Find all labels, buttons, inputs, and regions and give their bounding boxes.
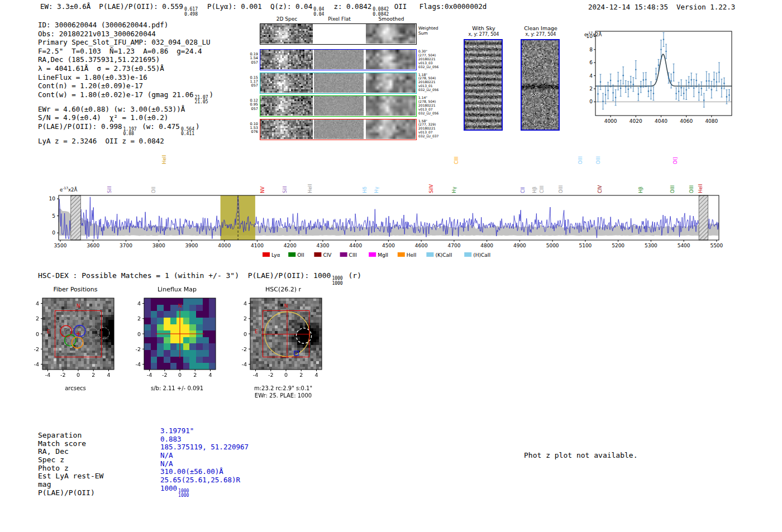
text-el: 0 bbox=[36, 331, 39, 337]
info-line: Cont(w) = 1.80(±0.02)e-17 (gmag 21.0621.… bbox=[38, 90, 213, 105]
circle-el bbox=[723, 83, 725, 84]
circle-el bbox=[660, 49, 662, 50]
text-run: 310.00(±56.00)Å bbox=[160, 467, 223, 476]
match-row-value: 0.883 bbox=[160, 435, 249, 443]
spectrum-unit-label: e-17x2Å bbox=[60, 186, 77, 193]
circle-el bbox=[622, 75, 624, 76]
cutout-caption: m:23.2 rc:2.9" s:0.1" bbox=[225, 385, 342, 391]
detection-info-block: ID: 3000620044 (3000620044.pdf)Obs: 2018… bbox=[38, 21, 213, 146]
text-run: P(LAE)/P(OII): 0.998 bbox=[38, 122, 122, 131]
text-run: Obs: 20180221v013_3000620044 bbox=[38, 30, 156, 38]
text-el: 4200 bbox=[284, 243, 297, 248]
text-el: 5200 bbox=[612, 243, 624, 248]
spec2d-row-left-values: 0.151.17057 bbox=[247, 76, 258, 88]
text-el: 4 bbox=[137, 300, 141, 306]
circle-el bbox=[74, 325, 85, 336]
circle-el bbox=[600, 82, 602, 83]
circle-el bbox=[632, 84, 634, 85]
text-el: 0 bbox=[244, 331, 247, 337]
rect-el bbox=[426, 252, 433, 257]
legend-label: OII bbox=[297, 252, 304, 258]
cutout-xlabel: arcsecs bbox=[22, 385, 128, 391]
text-el: 4 bbox=[36, 300, 39, 306]
text-run: 1000 bbox=[160, 484, 177, 492]
clean-image-title: Clean Image bbox=[515, 25, 566, 31]
text-el: 3500 bbox=[54, 243, 66, 248]
circle-el bbox=[627, 88, 629, 90]
match-table-values: 3.19791"0.883185.375119, 51.220967N/AN/A… bbox=[160, 426, 249, 492]
cutout-panel: Lineflux Map-4-4-2-2002244Ns/b: 2.11 +/-… bbox=[124, 286, 230, 406]
info-line: ID: 3000620044 (3000620044.pdf) bbox=[38, 21, 213, 30]
circle-el bbox=[59, 338, 70, 349]
text-el: 2 bbox=[193, 372, 197, 378]
annotation-line: 032_LU_037 bbox=[418, 135, 446, 138]
pixel-flat-image bbox=[314, 73, 364, 93]
annotation-line: 032_LU_056 bbox=[418, 88, 446, 92]
text-el: 2 bbox=[589, 86, 593, 92]
text-el: 4000 bbox=[218, 243, 231, 248]
text-el: -4 bbox=[45, 372, 50, 378]
match-row-label: Spec z bbox=[38, 456, 103, 464]
text-run: 0.883 bbox=[160, 435, 182, 443]
circle-el bbox=[612, 92, 614, 94]
text-el: 4 bbox=[314, 372, 318, 378]
emission-line-label: SiII bbox=[107, 186, 112, 193]
text-el: 0 bbox=[137, 331, 141, 337]
match-row-label: Photo z bbox=[38, 464, 103, 472]
text-el: 4060 bbox=[680, 118, 693, 124]
text-el: 0 bbox=[178, 372, 182, 378]
rect-el bbox=[398, 252, 405, 257]
smoothed-image bbox=[366, 50, 416, 69]
text-el: 4 bbox=[244, 300, 247, 306]
text-el: 5100 bbox=[579, 243, 592, 248]
cutout-panel: Fiber Positions-4-4-2-2002244NEarcsecs bbox=[22, 286, 128, 406]
circle-el bbox=[645, 79, 647, 80]
spec2d-col-title: Smoothed bbox=[366, 16, 417, 22]
spec2d-image bbox=[260, 96, 313, 116]
spec2d-strip bbox=[260, 119, 417, 140]
left-value: 076 bbox=[247, 130, 258, 134]
smoothed-image bbox=[366, 73, 416, 93]
match-row-value: N/A bbox=[160, 451, 249, 459]
emission-line-label: Hγ bbox=[451, 187, 457, 193]
text-run: 185.375119, 51.220967 bbox=[160, 443, 249, 451]
text-run: S/N = 4.9(±0.4) χ² = 1.0(±0.2) bbox=[38, 113, 168, 122]
svg-el: -4-4-2-2002244N bbox=[124, 295, 230, 383]
text-el: 5500 bbox=[710, 243, 723, 248]
clean-image bbox=[522, 40, 559, 130]
legend-label: MgII bbox=[378, 252, 388, 258]
hi-lo-value: 0.040.04 bbox=[313, 7, 324, 17]
text-el: 2 bbox=[299, 372, 303, 378]
circle-el bbox=[673, 71, 675, 73]
text-run: (r) bbox=[344, 271, 361, 280]
circle-el bbox=[668, 77, 670, 79]
compass-north: N bbox=[284, 303, 288, 309]
text-el: 3900 bbox=[185, 243, 198, 248]
detail-plot-unit-label: e-17x2Å bbox=[584, 31, 602, 37]
text-el: 3700 bbox=[120, 243, 132, 248]
svg-el: -4-4-2-2002244NE bbox=[22, 295, 128, 383]
circle-el bbox=[638, 93, 640, 95]
text-el: -2 bbox=[242, 346, 247, 352]
legend-label: CIII bbox=[349, 252, 357, 258]
text-run: ID: 3000620044 (3000620044.pdf) bbox=[38, 21, 168, 29]
circle-el bbox=[620, 88, 622, 89]
spec2d-row-annotations: 1.18"(278, 504)20180221v013_01032_LU_056 bbox=[418, 73, 446, 93]
text-run: EW: 3.3±0.6Å P(LAE)/P(OII): 0.559 bbox=[40, 2, 183, 11]
circle-el bbox=[708, 80, 710, 82]
match-row-value: N/A bbox=[160, 459, 249, 468]
info-line: Cont(n) = 1.20(±0.09)e-17 bbox=[38, 82, 213, 90]
svg-el: -4-4-2-2002244NE bbox=[230, 295, 336, 383]
circle-el bbox=[700, 88, 702, 89]
span-el: 1000 bbox=[332, 281, 342, 286]
svg-el: 3500360037003800390040004100420043004400… bbox=[0, 145, 782, 265]
left-value: 057 bbox=[247, 84, 258, 88]
text-el: 0 bbox=[77, 372, 80, 378]
circle-el bbox=[706, 80, 708, 82]
text-el: 3600 bbox=[87, 243, 99, 248]
span-el: 0.498 bbox=[184, 12, 198, 17]
circle-el bbox=[602, 100, 604, 102]
spec2d-row-left-values: 0.120.95057 bbox=[247, 99, 258, 111]
spec2d-strip bbox=[260, 23, 417, 45]
cutout-caption: s/b: 2.11 +/- 0.091 bbox=[118, 385, 236, 391]
